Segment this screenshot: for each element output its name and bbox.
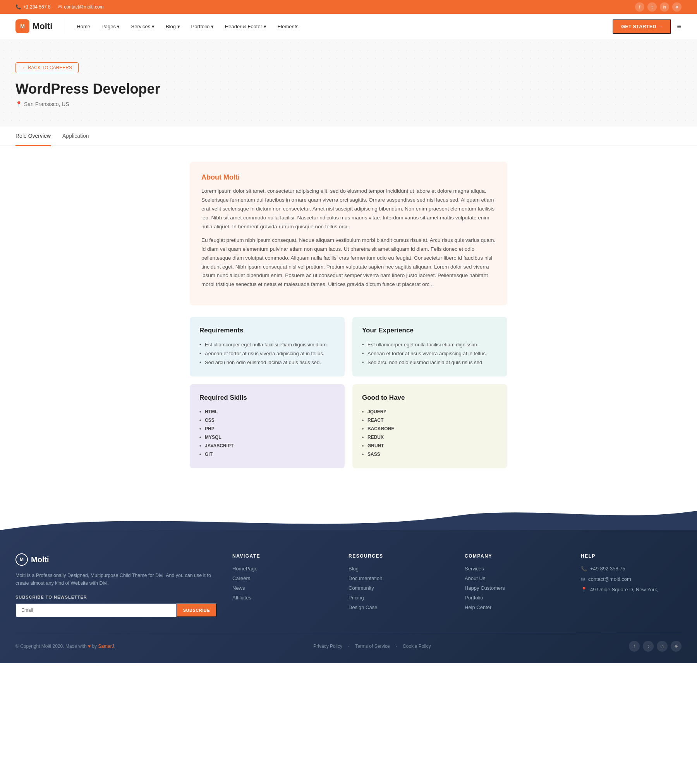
footer: M Molti Molti is a Professionally Design…: [0, 530, 697, 663]
phone-icon: 📞: [581, 566, 587, 572]
footer-link-blog[interactable]: Blog: [348, 566, 449, 572]
twitter-icon[interactable]: t: [647, 2, 657, 12]
footer-phone: 📞 +49 892 358 75: [581, 566, 682, 572]
about-title: About Molti: [201, 173, 496, 181]
top-bar: 📞 +1 234 567 8 ✉ contact@molti.com f t i…: [0, 0, 697, 14]
instagram-icon[interactable]: in: [660, 2, 669, 12]
footer-link-portfolio[interactable]: Portfolio: [465, 595, 565, 601]
footer-logo-text: Molti: [31, 555, 49, 564]
top-bar-left: 📞 +1 234 567 8 ✉ contact@molti.com: [15, 4, 104, 10]
hamburger-menu[interactable]: ≡: [677, 22, 682, 31]
skill-mysql: MYSQL: [199, 433, 335, 442]
nav-pages[interactable]: Pages ▾: [97, 21, 124, 33]
footer-resources-col: RESOURCES Blog Documentation Community P…: [348, 553, 449, 617]
get-started-button[interactable]: GET STARTED →: [613, 19, 671, 34]
subscribe-title: SUBSCRIBE TO NEWSLETTER: [15, 595, 217, 599]
navbar: M Molti Home Pages ▾ Services ▾ Blog ▾ P…: [0, 14, 697, 39]
phone-icon: 📞: [15, 4, 21, 10]
subscribe-button[interactable]: SUBSCRIBE: [176, 603, 217, 617]
back-to-careers-button[interactable]: ← BACK TO CAREERS: [15, 62, 79, 73]
requirements-title: Requirements: [199, 327, 335, 334]
job-title: WordPress Developer: [15, 81, 682, 97]
footer-link-documentation[interactable]: Documentation: [348, 575, 449, 581]
footer-help-col: HELP 📞 +49 892 358 75 ✉ contact@molti.co…: [581, 553, 682, 617]
skill-css: CSS: [199, 416, 335, 425]
footer-company-col: COMPANY Services About Us Happy Customer…: [465, 553, 565, 617]
footer-link-happy-customers[interactable]: Happy Customers: [465, 585, 565, 591]
footer-facebook-icon[interactable]: f: [629, 641, 640, 652]
facebook-icon[interactable]: f: [635, 2, 644, 12]
job-location: 📍 San Fransisco, US: [15, 101, 682, 107]
footer-link-pricing[interactable]: Pricing: [348, 595, 449, 601]
good-to-have-list: JQUERY REACT BACKBONE REDUX GRUNT SASS: [362, 407, 498, 459]
nav-home[interactable]: Home: [72, 21, 95, 33]
footer-logo-icon: M: [15, 553, 28, 566]
skills-row: Required Skills HTML CSS PHP MYSQL JAVAS…: [190, 384, 507, 468]
hero-section: ← BACK TO CAREERS WordPress Developer 📍 …: [0, 39, 697, 127]
privacy-policy-link[interactable]: Privacy Policy: [313, 644, 342, 649]
footer-link-services[interactable]: Services: [465, 566, 565, 572]
nav-blog[interactable]: Blog ▾: [161, 21, 185, 33]
location-icon: 📍: [15, 101, 22, 107]
footer-help-title: HELP: [581, 553, 682, 559]
footer-link-design-case[interactable]: Design Case: [348, 604, 449, 610]
footer-address: 📍 49 Uniqe Square D, New York,: [581, 587, 682, 592]
footer-link-community[interactable]: Community: [348, 585, 449, 591]
experience-card: Your Experience Est ullamcorper eget nul…: [352, 317, 507, 377]
about-paragraph-2: Eu feugiat pretium nibh ipsum consequat.…: [201, 236, 496, 289]
footer-logo: M Molti: [15, 553, 217, 566]
footer-divider: [15, 633, 682, 633]
terms-link[interactable]: Terms of Service: [355, 644, 390, 649]
subscribe-email-input[interactable]: [15, 603, 176, 617]
required-skills-list: HTML CSS PHP MYSQL JAVASCRIPT GIT: [199, 407, 335, 459]
req-exp-row: Requirements Est ullamcorper eget nulla …: [190, 317, 507, 377]
main-content: About Molti Lorem ipsum dolor sit amet, …: [174, 146, 523, 491]
email-contact: ✉ contact@molti.com: [58, 4, 103, 10]
footer-grid: M Molti Molti is a Professionally Design…: [15, 553, 682, 617]
logo-icon: M: [15, 19, 29, 33]
skill-redux: REDUX: [362, 433, 498, 442]
cookie-policy-link[interactable]: Cookie Policy: [403, 644, 431, 649]
nav-elements[interactable]: Elements: [273, 21, 303, 33]
nav-divider: [64, 19, 64, 34]
footer-link-news[interactable]: News: [232, 585, 333, 591]
experience-title: Your Experience: [362, 327, 498, 334]
footer-navigate-col: NAVIGATE HomePage Careers News Affiliate…: [232, 553, 333, 617]
footer-twitter-icon[interactable]: t: [643, 641, 654, 652]
email-icon: ✉: [58, 4, 62, 10]
footer-bottom: © Copyright Molti 2020. Made with ♥ by S…: [15, 641, 682, 652]
footer-instagram-icon[interactable]: in: [657, 641, 668, 652]
logo-text: Molti: [33, 21, 52, 31]
skill-php: PHP: [199, 425, 335, 433]
footer-navigate-title: NAVIGATE: [232, 553, 333, 559]
footer-link-about-us[interactable]: About Us: [465, 575, 565, 581]
logo[interactable]: M Molti: [15, 19, 52, 33]
req-item-3: Sed arcu non odio euismod lacinia at qui…: [199, 358, 335, 367]
footer-link-homepage[interactable]: HomePage: [232, 566, 333, 572]
nav-portfolio[interactable]: Portfolio ▾: [187, 21, 218, 33]
exp-item-1: Est ullamcorper eget nulla facilisi etia…: [362, 340, 498, 349]
email-icon: ✉: [581, 576, 585, 582]
logo-letter: M: [20, 23, 25, 29]
skill-html: HTML: [199, 407, 335, 416]
skill-backbone: BACKBONE: [362, 425, 498, 433]
skill-javascript: JAVASCRIPT: [199, 442, 335, 450]
tabs-bar: Role Overview Application: [0, 127, 697, 146]
dribbble-icon[interactable]: ❋: [672, 2, 682, 12]
experience-list: Est ullamcorper eget nulla facilisi etia…: [362, 340, 498, 367]
footer-link-careers[interactable]: Careers: [232, 575, 333, 581]
exp-item-2: Aenean et tortor at risus viverra adipis…: [362, 349, 498, 358]
footer-link-help-center[interactable]: Help Center: [465, 604, 565, 610]
tab-role-overview[interactable]: Role Overview: [15, 127, 51, 146]
about-box: About Molti Lorem ipsum dolor sit amet, …: [190, 162, 507, 305]
subscribe-form: SUBSCRIBE: [15, 603, 217, 617]
nav-services[interactable]: Services ▾: [127, 21, 159, 33]
about-paragraph-1: Lorem ipsum dolor sit amet, consectetur …: [201, 187, 496, 231]
req-item-2: Aenean et tortor at risus viverra adipis…: [199, 349, 335, 358]
footer-link-affiliates[interactable]: Affiliates: [232, 595, 333, 601]
nav-links: Home Pages ▾ Services ▾ Blog ▾ Portfolio…: [72, 21, 613, 33]
nav-header-footer[interactable]: Header & Footer ▾: [220, 21, 271, 33]
tab-application[interactable]: Application: [62, 127, 89, 146]
footer-dribbble-icon[interactable]: ❋: [671, 641, 682, 652]
skill-git: GIT: [199, 450, 335, 459]
